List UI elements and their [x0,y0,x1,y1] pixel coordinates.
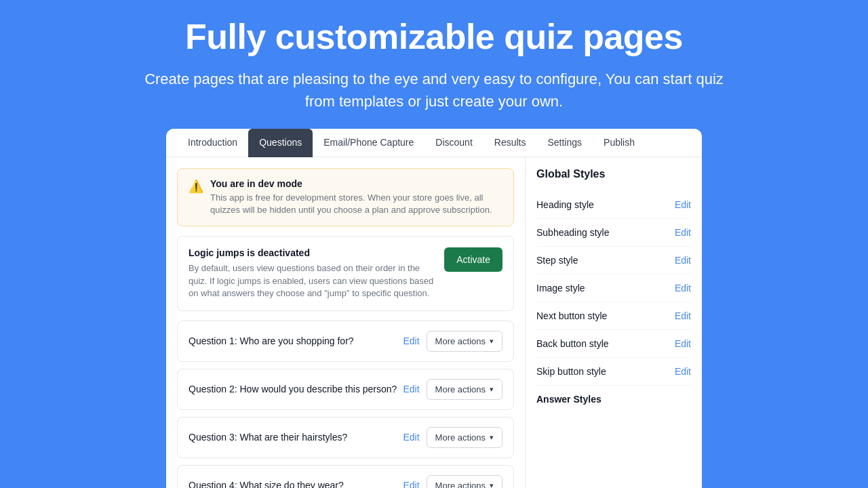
main-content: ⚠️ You are in dev mode This app is free … [166,157,702,488]
question-row: Question 3: What are their hairstyles? E… [177,417,514,458]
logic-jumps-card: Logic jumps is deactivated By default, u… [177,236,514,311]
skip-button-style-label: Skip button style [536,366,606,377]
step-style-label: Step style [536,255,578,266]
logic-card-title: Logic jumps is deactivated [189,247,436,258]
question-3-more-actions[interactable]: More actions [427,427,502,448]
question-2-actions: Edit More actions [403,379,502,400]
question-4-actions: Edit More actions [403,475,502,488]
activate-button[interactable]: Activate [444,247,502,272]
tab-settings[interactable]: Settings [536,129,593,157]
subheading-style-edit[interactable]: Edit [675,227,691,238]
question-3-label: Question 3: What are their hairstyles? [189,432,347,443]
back-button-style-label: Back button style [536,338,609,349]
tab-introduction[interactable]: Introduction [177,129,248,157]
question-1-actions: Edit More actions [403,331,502,352]
tab-email-phone[interactable]: Email/Phone Capture [313,129,425,157]
hero-subtitle: Create pages that are pleasing to the ey… [129,68,739,113]
image-style-label: Image style [536,283,585,293]
tab-questions[interactable]: Questions [248,129,313,157]
question-2-edit[interactable]: Edit [403,384,419,394]
skip-button-style-row: Skip button style Edit [536,358,691,386]
step-style-row: Step style Edit [536,247,691,274]
image-style-row: Image style Edit [536,274,691,302]
app-container: Introduction Questions Email/Phone Captu… [166,129,702,488]
subheading-style-row: Subheading style Edit [536,219,691,247]
tab-publish[interactable]: Publish [593,129,646,157]
question-3-edit[interactable]: Edit [403,432,419,443]
question-4-edit[interactable]: Edit [403,480,419,488]
page-wrapper: Fully customizable quiz pages Create pag… [0,0,868,488]
dev-banner: ⚠️ You are in dev mode This app is free … [177,168,514,226]
heading-style-row: Heading style Edit [536,191,691,219]
question-4-label: Question 4: What size do they wear? [189,480,344,488]
right-panel: Global Styles Heading style Edit Subhead… [526,157,702,488]
answer-styles-title: Answer Styles [536,386,691,405]
tabs-bar: Introduction Questions Email/Phone Captu… [166,129,702,157]
image-style-edit[interactable]: Edit [675,283,691,293]
question-1-label: Question 1: Who are you shopping for? [189,336,354,346]
question-2-more-actions[interactable]: More actions [427,379,502,400]
question-row: Question 4: What size do they wear? Edit… [177,465,514,488]
question-3-actions: Edit More actions [403,427,502,448]
logic-card-text: By default, users view questions based o… [189,262,436,300]
question-row: Question 2: How would you describe this … [177,369,514,410]
heading-style-label: Heading style [536,199,594,210]
logic-card-content: Logic jumps is deactivated By default, u… [189,247,436,300]
warning-icon: ⚠️ [189,179,203,194]
subheading-style-label: Subheading style [536,227,609,238]
question-1-more-actions[interactable]: More actions [427,331,502,352]
left-panel: ⚠️ You are in dev mode This app is free … [166,157,526,488]
question-4-more-actions[interactable]: More actions [427,475,502,488]
skip-button-style-edit[interactable]: Edit [675,366,691,377]
next-button-style-row: Next button style Edit [536,302,691,330]
heading-style-edit[interactable]: Edit [675,199,691,210]
question-2-label: Question 2: How would you describe this … [189,384,397,394]
back-button-style-edit[interactable]: Edit [675,338,691,349]
dev-banner-content: You are in dev mode This app is free for… [210,178,502,216]
global-styles-title: Global Styles [536,168,691,180]
dev-banner-text: This app is free for development stores.… [210,192,502,216]
tab-results[interactable]: Results [484,129,537,157]
back-button-style-row: Back button style Edit [536,330,691,358]
next-button-style-edit[interactable]: Edit [675,310,691,321]
step-style-edit[interactable]: Edit [675,255,691,266]
question-row: Question 1: Who are you shopping for? Ed… [177,321,514,362]
next-button-style-label: Next button style [536,310,607,321]
tab-discount[interactable]: Discount [425,129,483,157]
question-1-edit[interactable]: Edit [403,336,419,346]
hero-title: Fully customizable quiz pages [185,16,683,57]
dev-banner-title: You are in dev mode [210,178,502,189]
